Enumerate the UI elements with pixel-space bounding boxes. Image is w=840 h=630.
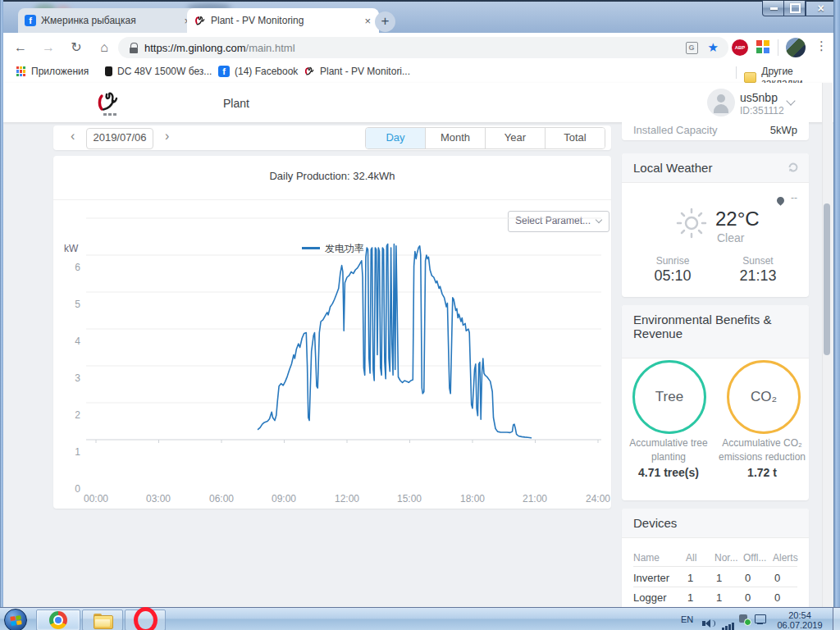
capacity-value: 5kWp	[770, 124, 797, 136]
sunrise-time: 05:10	[640, 267, 705, 285]
bookmark-label: Приложения	[31, 66, 89, 77]
network-signal-icon[interactable]	[722, 615, 735, 630]
prev-day-icon[interactable]: ‹	[71, 129, 75, 144]
col-all: All	[686, 552, 696, 564]
device-cell: 0	[745, 572, 751, 584]
ginlong-icon	[304, 66, 315, 77]
taskbar-chrome-button[interactable]	[36, 609, 80, 630]
minimize-icon	[770, 7, 778, 10]
language-indicator[interactable]: EN	[681, 614, 693, 624]
location-value: --	[791, 192, 797, 203]
maximize-icon	[790, 3, 801, 13]
window-maximize-button[interactable]	[783, 1, 806, 16]
daily-production-label: Daily Production: 32.4kWh	[53, 170, 611, 182]
chrome-icon	[49, 611, 67, 629]
bookmark-dc48v[interactable]: DC 48V 1500W без...	[105, 66, 212, 77]
bookmark-facebook[interactable]: f (14) Facebook	[218, 66, 298, 77]
folder-icon	[744, 72, 756, 83]
clock-time[interactable]: 20:54	[771, 610, 829, 620]
next-day-icon[interactable]: ›	[165, 129, 169, 144]
tab-total[interactable]: Total	[545, 128, 605, 148]
device-row-name[interactable]: Inverter	[633, 572, 669, 584]
window-close-button[interactable]: ×	[805, 1, 837, 16]
ginlong-favicon	[194, 15, 206, 27]
adblock-extension-icon[interactable]: ABP	[732, 39, 748, 56]
bookmark-plant[interactable]: Plant - PV Monitori...	[304, 66, 410, 77]
chrome-menu-icon[interactable]: ⋮	[815, 39, 828, 53]
network-connection-icon[interactable]	[755, 614, 766, 623]
temperature: 22°C	[715, 208, 760, 231]
action-center-icon[interactable]	[739, 614, 747, 623]
co2-circle: CO₂	[727, 360, 801, 434]
sun-icon	[676, 208, 707, 239]
forward-icon[interactable]: →	[39, 39, 57, 57]
tab-month[interactable]: Month	[425, 128, 485, 148]
device-row-name[interactable]: Logger	[633, 591, 666, 604]
user-menu-chevron-icon[interactable]	[786, 96, 795, 105]
tree-caption-block: Accumulative tree planting 4.71 tree(s)	[623, 436, 714, 480]
extension-grid-icon[interactable]	[756, 40, 769, 53]
username: us5nbp	[740, 91, 778, 104]
refresh-icon[interactable]	[788, 162, 799, 173]
col-normal: Nor...	[714, 552, 738, 564]
back-icon[interactable]: ←	[11, 39, 30, 57]
date-nav-bar: ‹ 2019/07/06 › Day Month Year Total	[53, 126, 611, 150]
window-minimize-button[interactable]	[762, 1, 785, 16]
ginlong-logo	[94, 89, 126, 117]
production-line-chart[interactable]	[53, 205, 611, 500]
bookmark-label: DC 48V 1500W без...	[117, 66, 212, 77]
window-border-right	[833, 0, 840, 607]
user-avatar[interactable]	[707, 89, 735, 116]
show-desktop-button[interactable]	[833, 608, 840, 630]
tree-circle-label: Tree	[655, 389, 683, 405]
bookmark-star-icon[interactable]: ★	[708, 40, 719, 55]
tab-close-icon[interactable]: ×	[363, 16, 372, 26]
taskbar-explorer-button[interactable]	[82, 609, 123, 630]
folder-icon	[94, 614, 112, 628]
location-pin-icon	[777, 193, 784, 208]
windows-taskbar: EN 20:54 06.07.2019	[0, 607, 840, 630]
capacity-label: Installed Capacity	[633, 124, 718, 136]
url-path: /main.html	[246, 42, 295, 54]
sunset-label: Sunset	[725, 255, 791, 267]
plug-icon	[105, 66, 112, 76]
device-cell: 1	[716, 591, 722, 604]
home-icon[interactable]: ⌂	[95, 39, 113, 57]
volume-icon[interactable]	[702, 615, 715, 630]
clock-date[interactable]: 06.07.2019	[771, 620, 829, 630]
bookmarks-divider	[736, 66, 737, 79]
browser-tab-1[interactable]: f Жмеринка рыбацкая ×	[18, 8, 199, 33]
production-card: Daily Production: 32.4kWh Select Paramet…	[53, 156, 611, 509]
profile-avatar[interactable]	[786, 38, 806, 57]
tree-value: 4.71 tree(s)	[623, 466, 714, 480]
scrollbar-thumb[interactable]	[824, 203, 830, 355]
device-cell: 1	[687, 572, 693, 584]
device-cell: 0	[774, 572, 780, 584]
close-icon: ×	[817, 2, 824, 15]
period-tab-group: Day Month Year Total	[365, 127, 605, 149]
tab-year[interactable]: Year	[485, 128, 545, 148]
desktop: { "browser": { "tabs": [ {"label": "Жмер…	[0, 0, 840, 630]
translate-icon[interactable]: G	[686, 42, 698, 54]
co2-circle-label: CO₂	[751, 389, 777, 405]
address-bar[interactable]: https://m.ginlong.com /main.html G ★	[118, 37, 728, 58]
facebook-icon: f	[218, 66, 230, 77]
weather-card: Local Weather -- 22°C Clear Sunrise 05:1…	[622, 153, 809, 297]
site-header: Plant us5nbp ID:351112	[3, 83, 833, 122]
browser-tab-2-active[interactable]: Plant - PV Monitoring ×	[187, 8, 379, 33]
tab-day[interactable]: Day	[366, 128, 425, 148]
reload-icon[interactable]: ↻	[67, 39, 85, 57]
bookmark-apps[interactable]: Приложения	[16, 66, 89, 77]
start-button[interactable]	[4, 609, 27, 630]
taskbar-opera-button[interactable]	[125, 609, 166, 630]
divider	[53, 199, 611, 200]
devices-title: Devices	[633, 516, 677, 530]
opera-icon	[134, 607, 158, 630]
browser-toolbar: ← → ↻ ⌂ https://m.ginlong.com /main.html…	[3, 33, 833, 62]
window-border-left	[0, 0, 3, 607]
lock-icon[interactable]	[130, 43, 138, 53]
co2-caption: Accumulative CO₂ emissions reduction	[717, 436, 807, 464]
tree-circle: Tree	[632, 360, 706, 434]
new-tab-button[interactable]: +	[375, 11, 395, 32]
date-input[interactable]: 2019/07/06	[86, 128, 153, 149]
